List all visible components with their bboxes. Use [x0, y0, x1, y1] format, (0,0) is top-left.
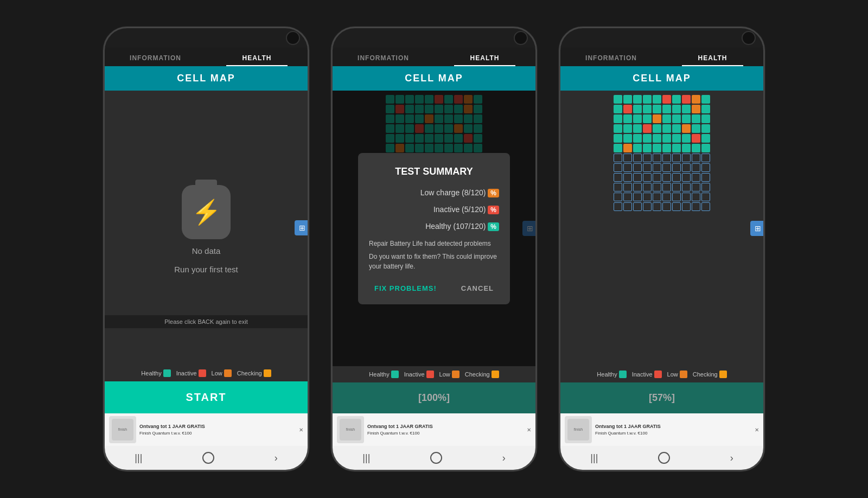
- cell: [653, 114, 661, 123]
- ad-image-3: finish: [565, 416, 592, 443]
- tab-health-3[interactable]: HEALTH: [662, 48, 763, 66]
- cell: [692, 202, 700, 211]
- legend-dot-low-2: [452, 371, 459, 378]
- cell: [672, 154, 681, 162]
- cell: [662, 163, 671, 172]
- cell-row: [565, 95, 759, 104]
- cell: [653, 202, 661, 211]
- ad-close-3[interactable]: ✕: [755, 427, 759, 433]
- cell: [682, 154, 691, 162]
- cell: [682, 134, 691, 143]
- cell: [682, 193, 691, 201]
- legend-dot-low-1: [224, 369, 232, 377]
- cell: [623, 144, 632, 152]
- legend-label-healthy-2: Healthy: [369, 371, 389, 378]
- home-nav-icon-3[interactable]: [658, 452, 670, 464]
- legend-checking-2: Checking: [465, 371, 499, 378]
- sidebar-icon-3[interactable]: ⊞: [750, 221, 763, 236]
- fix-problems-button[interactable]: FIX PROBLEMS!: [369, 281, 442, 296]
- cell-row: [565, 173, 759, 182]
- cell: [662, 95, 671, 104]
- phone-top-bar-1: [105, 28, 308, 48]
- svg-text:finish: finish: [346, 427, 355, 431]
- cell: [662, 134, 671, 143]
- legend-low-1: Low: [212, 369, 232, 377]
- forward-nav-icon-1[interactable]: ›: [275, 452, 278, 464]
- cell: [701, 95, 710, 104]
- tab-information-3[interactable]: INFORMATION: [560, 48, 662, 66]
- ad-text-3: Ontvang tot 1 JAAR GRATIS Finish Quantum…: [595, 423, 751, 436]
- legend-3: Healthy Inactive Low Checking: [560, 366, 763, 382]
- home-nav-icon-1[interactable]: [202, 452, 214, 464]
- cell: [701, 105, 710, 113]
- phone-top-bar-2: [333, 28, 535, 48]
- legend-dot-inactive-1: [199, 369, 206, 377]
- cell: [662, 173, 671, 182]
- cell: [672, 183, 681, 191]
- back-nav-icon-1[interactable]: |||: [135, 452, 142, 464]
- legend-inactive-1: Inactive: [176, 369, 206, 377]
- back-nav-icon-2[interactable]: |||: [362, 452, 370, 464]
- back-nav-icon-3[interactable]: |||: [590, 452, 598, 464]
- cell: [623, 173, 632, 182]
- tab-health-2[interactable]: HEALTH: [434, 48, 535, 66]
- dialog-desc1: Repair Battery Life had detected problem…: [369, 239, 499, 248]
- legend-checking-3: Checking: [693, 371, 727, 378]
- progress-button-3[interactable]: [57%]: [560, 382, 763, 413]
- cell: [672, 144, 681, 152]
- cell: [682, 105, 691, 113]
- phone-top-bar-3: [560, 28, 763, 48]
- cell-map-header-3: CELL MAP: [560, 66, 763, 91]
- cancel-button[interactable]: CANCEL: [456, 281, 499, 296]
- progress-button-2[interactable]: [100%]: [333, 382, 535, 413]
- nav-bar-1: INFORMATION HEALTH: [105, 48, 308, 66]
- legend-healthy-3: Healthy: [597, 371, 626, 378]
- cell-map-title-1: CELL MAP: [111, 73, 301, 84]
- battery-bolt-1: ⚡: [192, 200, 221, 224]
- start-button-1[interactable]: START: [105, 381, 308, 413]
- cell-row: [565, 193, 759, 201]
- cell: [614, 114, 622, 123]
- cell: [643, 163, 652, 172]
- legend-label-low-1: Low: [212, 370, 222, 376]
- legend-1: Healthy Inactive Low Checking: [105, 365, 308, 381]
- ad-text-2: Ontvang tot 1 JAAR GRATIS Finish Quantum…: [367, 423, 524, 436]
- tab-health-1[interactable]: HEALTH: [206, 48, 308, 66]
- tab-information-2[interactable]: INFORMATION: [333, 48, 434, 66]
- cell: [701, 124, 710, 133]
- cell: [701, 144, 710, 152]
- cell: [672, 134, 681, 143]
- ad-close-2[interactable]: ✕: [527, 427, 531, 433]
- home-nav-icon-2[interactable]: [430, 452, 442, 464]
- cell: [682, 124, 691, 133]
- cell-row: [565, 134, 759, 143]
- legend-dot-checking-2: [492, 371, 499, 378]
- phone-3: INFORMATION HEALTH CELL MAP ⊞ Healthy In…: [559, 27, 765, 471]
- cell: [653, 163, 661, 172]
- svg-text:finish: finish: [574, 427, 583, 431]
- cell: [653, 173, 661, 182]
- ad-close-1[interactable]: ✕: [299, 427, 303, 433]
- dialog-title: TEST SUMMARY: [369, 166, 499, 177]
- cell: [692, 173, 700, 182]
- legend-label-inactive-2: Inactive: [404, 371, 425, 378]
- cell: [682, 183, 691, 191]
- legend-healthy-2: Healthy: [369, 371, 398, 378]
- tab-information-1[interactable]: INFORMATION: [105, 48, 206, 66]
- cell: [623, 134, 632, 143]
- forward-nav-icon-2[interactable]: ›: [502, 452, 506, 464]
- cell-row: [565, 202, 759, 211]
- stat-low-badge: %: [488, 189, 499, 197]
- legend-healthy-1: Healthy: [141, 369, 170, 377]
- cell: [662, 124, 671, 133]
- legend-label-inactive-1: Inactive: [176, 370, 197, 376]
- legend-label-healthy-3: Healthy: [597, 371, 617, 378]
- cell: [614, 134, 622, 143]
- forward-nav-icon-3[interactable]: ›: [730, 452, 733, 464]
- legend-dot-inactive-2: [426, 371, 434, 378]
- camera-icon-3: [742, 31, 756, 45]
- cell: [614, 193, 622, 201]
- dialog-stat-healthy: Healthy (107/120) %: [369, 222, 499, 231]
- cell: [643, 183, 652, 191]
- sidebar-icon-1[interactable]: ⊞: [295, 220, 308, 235]
